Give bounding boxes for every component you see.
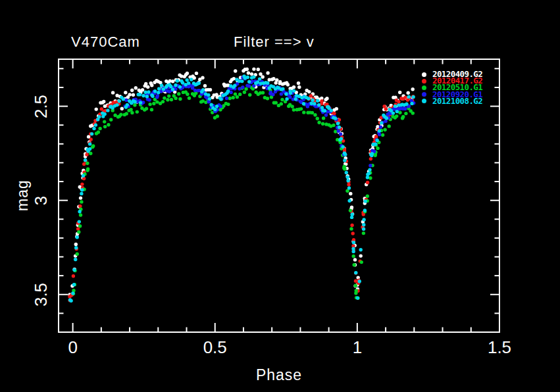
y-tick-label: 3.5 <box>31 283 51 306</box>
y-axis-label: mag <box>14 180 32 211</box>
legend: 20120409.G2 20120417.G2 20120510.G1 2012… <box>422 71 482 105</box>
x-tick-label: 1 <box>353 337 362 358</box>
plot-window: V470Cam Filter ==> v 0 0.5 1 1.5 2.5 3 3… <box>0 0 560 392</box>
y-tick-label: 2.5 <box>31 94 51 118</box>
legend-marker-dot <box>422 92 426 97</box>
legend-entry-label: 20121008.G2 <box>432 98 482 105</box>
filter-label: Filter ==> v <box>234 34 315 51</box>
legend-entry: 20121008.G2 <box>422 98 482 105</box>
legend-marker-dot <box>422 99 426 103</box>
y-tick-label: 3 <box>31 195 51 205</box>
legend-marker-dot <box>422 86 426 90</box>
x-axis-label: Phase <box>256 366 302 384</box>
x-tick-label: 0.5 <box>203 337 227 358</box>
x-tick-label: 0 <box>68 337 77 358</box>
legend-marker-dot <box>422 79 426 84</box>
light-curve-plot <box>0 0 560 392</box>
x-tick-label: 1.5 <box>488 337 511 358</box>
legend-marker-dot <box>422 72 426 77</box>
star-name-title: V470Cam <box>71 34 140 51</box>
